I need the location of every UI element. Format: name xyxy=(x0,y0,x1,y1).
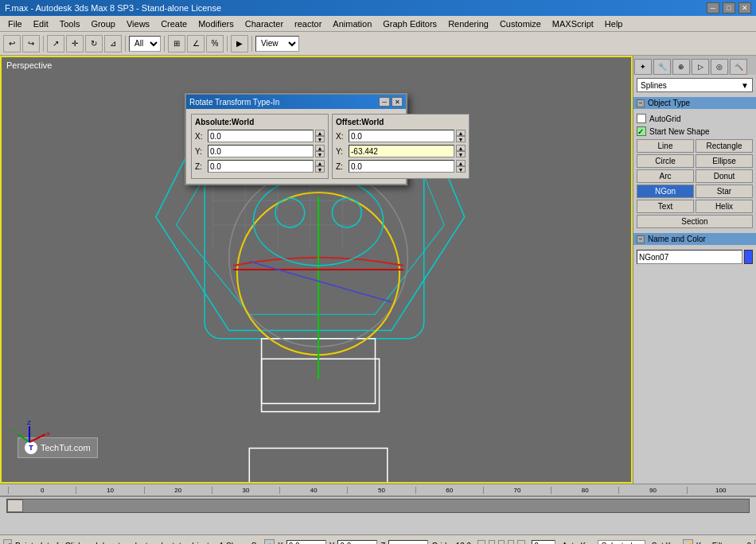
scale-button[interactable]: ⊿ xyxy=(104,35,122,52)
painter-icon[interactable]: 🖌 xyxy=(3,539,12,545)
tab-modify[interactable]: 🔧 xyxy=(653,59,671,75)
menu-tools[interactable]: Tools xyxy=(55,17,85,30)
close-button[interactable]: ✕ xyxy=(738,2,751,14)
menu-maxscript[interactable]: MAXScript xyxy=(548,17,598,30)
tab-motion[interactable]: ▷ xyxy=(692,59,709,75)
play-button[interactable]: ▶ xyxy=(498,540,505,545)
move-button[interactable]: ✛ xyxy=(66,35,84,52)
object-type-collapse[interactable]: − xyxy=(637,99,645,107)
btn-donut[interactable]: Donut xyxy=(696,169,753,183)
prev-key-button[interactable]: ◀ xyxy=(489,540,495,545)
selected-dropdown[interactable]: Selected xyxy=(598,540,645,545)
off-z-input[interactable] xyxy=(349,160,454,173)
off-y-down[interactable]: ▼ xyxy=(456,151,466,157)
off-z-up[interactable]: ▲ xyxy=(456,160,466,166)
tab-create[interactable]: ✦ xyxy=(634,59,652,75)
lock-icon[interactable]: 🔒 xyxy=(264,539,275,545)
viewport[interactable]: Perspective xyxy=(0,56,633,484)
off-x-down[interactable]: ▼ xyxy=(456,136,466,142)
object-type-label: Object Type xyxy=(648,99,690,107)
abs-x-input[interactable] xyxy=(208,130,314,142)
off-z-down[interactable]: ▼ xyxy=(456,166,466,173)
timeline[interactable] xyxy=(0,496,756,534)
menu-file[interactable]: File xyxy=(3,17,27,30)
maximize-button[interactable]: □ xyxy=(723,2,735,14)
color-swatch[interactable] xyxy=(744,250,753,264)
off-x-up[interactable]: ▲ xyxy=(456,130,466,136)
off-x-row: X: ▲ ▼ xyxy=(336,130,466,142)
filter-dropdown[interactable]: All xyxy=(129,36,161,52)
abs-z-down[interactable]: ▼ xyxy=(315,166,325,173)
menu-rendering[interactable]: Rendering xyxy=(443,17,493,30)
menu-views[interactable]: Views xyxy=(122,17,154,30)
x-input[interactable] xyxy=(286,540,326,545)
z-input[interactable] xyxy=(388,540,428,545)
name-color-label: Name and Color xyxy=(648,235,706,243)
menu-customize[interactable]: Customize xyxy=(495,17,546,30)
btn-star[interactable]: Star xyxy=(696,185,753,198)
btn-ngon[interactable]: NGon xyxy=(637,185,694,198)
menu-create[interactable]: Create xyxy=(156,17,192,30)
abs-z-input[interactable] xyxy=(208,160,314,173)
start-new-shape-checkbox[interactable]: ✓ xyxy=(637,126,646,136)
splines-dropdown[interactable]: Splines ▼ xyxy=(637,78,753,92)
select-button[interactable]: ↗ xyxy=(47,35,64,52)
snap-button[interactable]: ⊞ xyxy=(168,35,185,52)
btn-circle[interactable]: Circle xyxy=(637,154,694,168)
menu-modifiers[interactable]: Modifiers xyxy=(193,17,239,30)
prev-frame-button[interactable]: ⏮ xyxy=(477,540,485,545)
redo-button[interactable]: ↪ xyxy=(22,35,40,52)
timeline-playhead[interactable] xyxy=(7,499,23,512)
timeline-track[interactable] xyxy=(6,499,750,513)
minimize-button[interactable]: ─ xyxy=(707,2,719,14)
rotate-button[interactable]: ↻ xyxy=(85,35,103,52)
btn-section[interactable]: Section xyxy=(637,215,753,228)
btn-rectangle[interactable]: Rectangle xyxy=(696,139,753,153)
name-color-collapse[interactable]: − xyxy=(637,235,645,243)
angle-snap-button[interactable]: ∠ xyxy=(187,35,205,52)
object-name-input[interactable] xyxy=(637,250,742,264)
tab-utilities[interactable]: 🔨 xyxy=(730,59,747,75)
abs-y-input[interactable] xyxy=(208,145,314,157)
tab-hierarchy[interactable]: ⊕ xyxy=(672,59,690,75)
abs-x-up[interactable]: ▲ xyxy=(315,130,325,136)
dialog-close[interactable]: ✕ xyxy=(392,97,403,107)
dialog-minimize[interactable]: ─ xyxy=(379,97,390,107)
menu-character[interactable]: Character xyxy=(240,17,288,30)
abs-x-down[interactable]: ▼ xyxy=(315,136,325,142)
next-frame-button[interactable]: ⏭ xyxy=(517,540,525,545)
tab-display[interactable]: ◎ xyxy=(711,59,728,75)
btn-arc[interactable]: Arc xyxy=(637,169,694,183)
btn-ellipse[interactable]: Ellipse xyxy=(696,154,753,168)
off-x-input[interactable] xyxy=(349,130,454,142)
frame-input[interactable] xyxy=(532,540,555,545)
y-input[interactable] xyxy=(337,540,377,545)
undo-button[interactable]: ↩ xyxy=(3,35,21,52)
btn-text[interactable]: Text xyxy=(637,200,694,213)
percent-snap-button[interactable]: % xyxy=(206,35,224,52)
name-color-header[interactable]: − Name and Color xyxy=(633,233,756,245)
next-key-button[interactable]: ▶ xyxy=(508,540,514,545)
key-icon[interactable]: 🔑 xyxy=(683,539,693,545)
btn-helix[interactable]: Helix xyxy=(696,200,753,213)
view-dropdown[interactable]: View xyxy=(255,36,299,52)
toolbar-sep-3 xyxy=(164,36,165,52)
btn-line[interactable]: Line xyxy=(637,139,694,153)
menu-graph-editors[interactable]: Graph Editors xyxy=(378,17,442,30)
off-y-up[interactable]: ▲ xyxy=(456,145,466,151)
menu-group[interactable]: Group xyxy=(86,17,120,30)
off-y-input[interactable] xyxy=(349,145,454,157)
dialog-titlebar[interactable]: Rotate Transform Type-In ─ ✕ xyxy=(186,95,406,109)
rotate-dialog: Rotate Transform Type-In ─ ✕ Absolute:Wo… xyxy=(185,93,407,185)
title-text: F.max - Autodesk 3ds Max 8 SP3 - Stand-a… xyxy=(5,3,221,13)
menu-edit[interactable]: Edit xyxy=(29,17,53,30)
abs-z-up[interactable]: ▲ xyxy=(315,160,325,166)
autogrid-checkbox[interactable] xyxy=(637,114,646,123)
abs-y-down[interactable]: ▼ xyxy=(315,151,325,157)
menu-reactor[interactable]: reactor xyxy=(290,17,326,30)
render-button[interactable]: ▶ xyxy=(231,35,248,52)
abs-y-up[interactable]: ▲ xyxy=(315,145,325,151)
menu-animation[interactable]: Animation xyxy=(328,17,376,30)
object-type-header[interactable]: − Object Type xyxy=(633,97,756,109)
menu-help[interactable]: Help xyxy=(600,17,628,30)
